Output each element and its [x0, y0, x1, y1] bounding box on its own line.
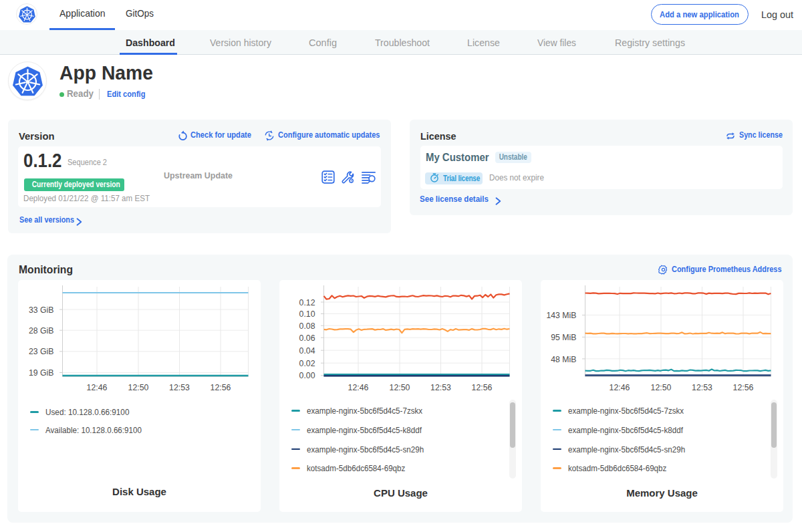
svg-text:12:46: 12:46	[610, 383, 630, 392]
svg-text:23 GiB: 23 GiB	[29, 347, 54, 356]
svg-text:12:50: 12:50	[390, 383, 410, 392]
svg-text:0.06: 0.06	[299, 334, 315, 343]
svg-text:12:53: 12:53	[430, 383, 451, 392]
svg-text:0.12: 0.12	[299, 298, 315, 307]
svg-text:19 GiB: 19 GiB	[29, 368, 54, 378]
svg-text:12:46: 12:46	[87, 383, 108, 392]
svg-text:0.10: 0.10	[299, 309, 315, 319]
svg-text:12:53: 12:53	[692, 383, 712, 392]
svg-text:143 MiB: 143 MiB	[546, 311, 576, 320]
svg-text:0.00: 0.00	[299, 371, 315, 380]
svg-text:12:46: 12:46	[348, 383, 369, 392]
svg-text:12:50: 12:50	[651, 383, 672, 392]
svg-text:12:53: 12:53	[169, 383, 190, 392]
svg-text:12:56: 12:56	[211, 383, 231, 392]
svg-text:33 GiB: 33 GiB	[29, 305, 54, 315]
svg-text:0.04: 0.04	[299, 346, 315, 356]
svg-text:12:56: 12:56	[472, 383, 493, 392]
svg-text:12:50: 12:50	[128, 383, 149, 392]
svg-text:28 GiB: 28 GiB	[29, 326, 54, 336]
svg-text:0.02: 0.02	[299, 359, 315, 368]
svg-text:0.08: 0.08	[299, 321, 315, 331]
svg-text:95 MiB: 95 MiB	[551, 333, 576, 342]
svg-text:12:56: 12:56	[733, 383, 754, 392]
svg-text:48 MiB: 48 MiB	[551, 355, 576, 364]
